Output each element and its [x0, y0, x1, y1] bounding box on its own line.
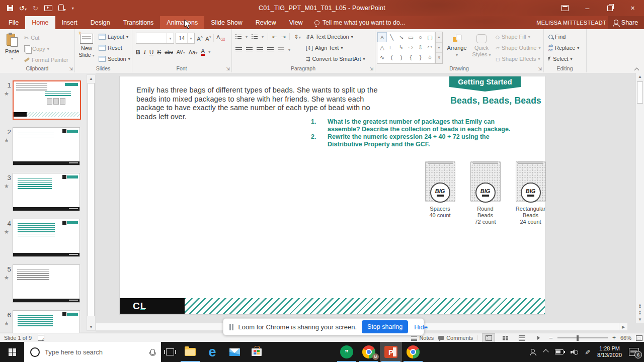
zoom-out-button[interactable]: −	[549, 334, 553, 342]
slideshow-view-button[interactable]	[532, 334, 544, 342]
previous-slide-button[interactable]: ▲▲	[636, 302, 644, 309]
edge-button[interactable]: e	[201, 342, 223, 362]
scroll-thumb[interactable]	[637, 81, 643, 104]
strikethrough-button[interactable]: S	[157, 49, 161, 56]
tab-transitions[interactable]: Transitions	[117, 16, 160, 29]
quick-styles-button[interactable]: QuickStyles ▾	[469, 32, 494, 57]
reset-button[interactable]: Reset	[99, 43, 130, 52]
file-explorer-button[interactable]	[179, 342, 201, 362]
cut-button[interactable]: ✂ Cut	[24, 33, 68, 42]
select-button[interactable]: Select ▾	[548, 54, 579, 63]
battery-icon[interactable]	[555, 349, 564, 354]
fit-slide-button[interactable]	[636, 335, 642, 341]
drawing-dialog-launcher[interactable]: ⇲	[538, 66, 542, 71]
tray-expand-icon[interactable]	[543, 349, 548, 354]
slide-sorter-view-button[interactable]	[499, 334, 511, 342]
zoom-slider-thumb[interactable]	[577, 335, 579, 341]
slide-title[interactable]: Beads, Beads, Beads	[450, 96, 541, 106]
slide-canvas[interactable]: Emily has three bags of different types …	[120, 76, 545, 314]
hide-link[interactable]: Hide	[414, 323, 428, 331]
slide-thumbnail-1[interactable]	[13, 80, 81, 120]
microphone-icon[interactable]	[150, 349, 155, 355]
align-left-button[interactable]	[235, 47, 242, 52]
new-slide-button[interactable]: New Slide ▾	[76, 31, 97, 58]
slide-thumbnail-3[interactable]	[13, 173, 80, 211]
shapes-gallery-scroll[interactable]: ▲▼⊽	[435, 32, 443, 64]
line-spacing-button[interactable]: ⇕▾	[294, 34, 300, 40]
section-button[interactable]: Section ▾	[99, 54, 130, 63]
format-painter-button[interactable]: Format Painter	[24, 55, 68, 64]
grow-font-button[interactable]: A˄	[196, 35, 203, 42]
getting-started-banner[interactable]: Getting Started	[449, 76, 521, 92]
character-spacing-button[interactable]: AV▾	[177, 49, 185, 55]
shape-effects-button[interactable]: ◻ Shape Effects ▾	[496, 54, 540, 63]
start-button[interactable]	[0, 342, 24, 362]
clipboard-dialog-launcher[interactable]: ⇲	[69, 66, 73, 71]
scroll-up-icon[interactable]: ▲	[636, 73, 644, 80]
replace-button[interactable]: abac Replace ▾	[548, 43, 579, 52]
bead-bag-images[interactable]: BIG Spacers 40 count BIG Round Beads 72 …	[422, 161, 549, 225]
chrome-profile-button[interactable]: M	[358, 342, 380, 362]
action-center-icon[interactable]: 6	[629, 348, 639, 356]
account-name[interactable]: MELISSA MITTLESTEADT	[536, 16, 606, 29]
next-slide-button[interactable]: ▼▼	[636, 309, 644, 316]
slide-thumbnail-6[interactable]	[13, 310, 80, 333]
paragraph-dialog-launcher[interactable]: ⇲	[369, 66, 373, 71]
chrome-button[interactable]	[402, 342, 424, 362]
ribbon-display-options-button[interactable]	[553, 0, 576, 16]
tab-design[interactable]: Design	[84, 16, 117, 29]
arrange-button[interactable]: Arrange ▾	[444, 32, 469, 57]
store-button[interactable]	[246, 342, 268, 362]
spellcheck-icon[interactable]	[38, 335, 44, 341]
abe-strike-icon[interactable]: abe	[165, 49, 173, 55]
find-button[interactable]: Find	[548, 32, 579, 41]
shape-fill-button[interactable]: ◇ Shape Fill ▾	[496, 32, 540, 41]
tab-review[interactable]: Review	[249, 16, 283, 29]
bold-button[interactable]: B	[136, 49, 140, 56]
speaker-icon[interactable]	[571, 349, 578, 355]
restore-button[interactable]	[599, 0, 621, 16]
align-text-button[interactable]: [⇕] Align Text ▾	[306, 43, 365, 52]
panel-scroll-thumb[interactable]	[88, 83, 95, 316]
convert-smartart-button[interactable]: ⇶ Convert to SmartArt ▾	[306, 54, 365, 63]
shape-outline-button[interactable]: ▱ Shape Outline ▾	[496, 43, 540, 52]
taskbar-search[interactable]: Type here to search	[24, 342, 161, 362]
tab-slideshow[interactable]: Slide Show	[204, 16, 249, 29]
align-center-button[interactable]	[246, 47, 253, 52]
tab-view[interactable]: View	[283, 16, 309, 29]
people-icon[interactable]	[530, 349, 537, 355]
notes-button[interactable]: Notes	[411, 335, 434, 341]
panel-scrollbar[interactable]: ▲ ▼	[87, 74, 96, 331]
powerpoint-taskbar-button[interactable]: P	[380, 342, 402, 362]
shapes-gallery[interactable]: A ╲ ↘ ▭ ○ ▢ △ ∟ ↳ ⇨ ⇩ ◠ ∿ ( ) { } ☆	[377, 32, 435, 64]
clear-formatting-button[interactable]: A⌫	[213, 34, 225, 42]
scroll-down-icon[interactable]: ▼	[636, 316, 644, 323]
tell-me-box[interactable]: Tell me what you want to do...	[309, 16, 411, 29]
font-name-combo[interactable]: ▾	[136, 33, 174, 44]
panel-scroll-down-icon[interactable]: ▼	[87, 323, 95, 330]
panel-scroll-up-icon[interactable]: ▲	[87, 75, 95, 82]
reading-view-button[interactable]	[516, 334, 528, 342]
zoom-in-button[interactable]: +	[612, 334, 616, 341]
italic-button[interactable]: I	[144, 48, 146, 56]
clock[interactable]: 1:28 PM 8/13/2020	[597, 345, 622, 358]
tab-insert[interactable]: Insert	[55, 16, 84, 29]
tab-file[interactable]: File	[2, 16, 25, 29]
vertical-scrollbar[interactable]: ▲ ▲▲ ▼▼ ▼	[635, 73, 644, 323]
mail-button[interactable]	[223, 342, 246, 362]
font-color-caret[interactable]: ▾	[208, 50, 210, 54]
text-direction-button[interactable]: ⇵A Text Direction ▾	[306, 32, 365, 41]
hangouts-button[interactable]: ”	[336, 342, 358, 362]
slide-thumbnail-2[interactable]	[13, 127, 80, 165]
font-size-combo[interactable]: 14▾	[176, 33, 195, 44]
zoom-slider[interactable]	[557, 337, 608, 338]
tab-animations[interactable]: Animations	[160, 16, 204, 29]
task-view-button[interactable]	[161, 342, 179, 362]
slide-thumbnail-5[interactable]	[13, 264, 80, 303]
question-list[interactable]: 1. What is the greatest number of packag…	[311, 118, 519, 148]
numbering-button[interactable]	[252, 34, 258, 39]
zoom-level[interactable]: 66%	[620, 335, 631, 341]
bullets-button[interactable]	[235, 34, 242, 39]
pen-icon[interactable]: ✎	[584, 349, 591, 355]
align-right-button[interactable]	[257, 47, 263, 52]
